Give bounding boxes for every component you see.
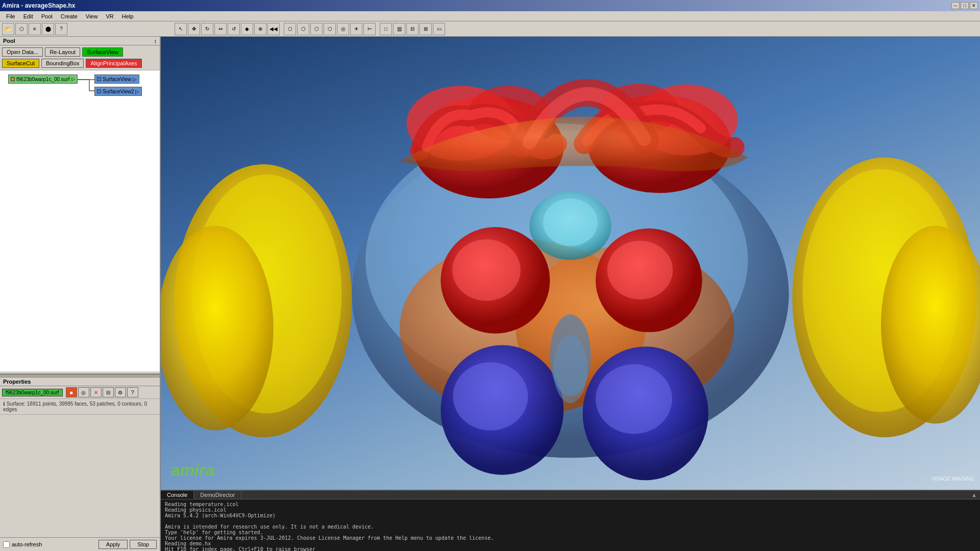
- menubar: File Edit Pool Create View VR Help: [0, 11, 980, 21]
- svg-point-21: [543, 198, 598, 246]
- cam-front[interactable]: ⬡: [297, 23, 309, 35]
- cam-persp[interactable]: ⬡: [284, 23, 296, 35]
- menu-view[interactable]: View: [82, 12, 102, 20]
- pool-toolbar: Open Data... Re-Layout SurfaceView Surfa…: [0, 45, 160, 70]
- menu-create[interactable]: Create: [57, 12, 82, 20]
- properties-section: Properties f9623b0warp1c_00.surf ■ ◎ ✕ ⊟…: [0, 378, 160, 551]
- visage-logo-text: VISAGE IMAGING: [932, 476, 974, 482]
- node-indicator-2: [97, 77, 101, 81]
- console-tab-spacer: [241, 491, 968, 499]
- svg-point-27: [453, 362, 528, 431]
- console-tabs: Console DemoDirector ▲: [161, 491, 980, 499]
- viewport-3d[interactable]: amira VISAGE IMAGING: [161, 37, 980, 490]
- re-layout-button[interactable]: Re-Layout: [45, 47, 80, 57]
- pick-tool[interactable]: ◆: [241, 23, 253, 35]
- menu-vr[interactable]: VR: [102, 12, 117, 20]
- prop-help-btn[interactable]: ?: [127, 387, 138, 397]
- rotate-tool[interactable]: ↻: [201, 23, 213, 35]
- ruler-tool[interactable]: ⊢: [363, 23, 376, 35]
- properties-header: Properties: [0, 378, 160, 386]
- view-split[interactable]: ▥: [393, 23, 405, 35]
- bounding-box-button[interactable]: BoundingBox: [41, 59, 84, 68]
- properties-toolbar: f9623b0warp1c_00.surf ■ ◎ ✕ ⊟ ⚙ ?: [0, 386, 160, 399]
- view-grid4[interactable]: ⊞: [420, 23, 432, 35]
- move-tool[interactable]: ⊕: [254, 23, 266, 35]
- main: Pool ↕ Open Data... Re-Layout SurfaceVie…: [0, 37, 980, 551]
- visage-logo: VISAGE IMAGING: [932, 476, 974, 482]
- menu-file[interactable]: File: [2, 12, 19, 20]
- menu-edit[interactable]: Edit: [19, 12, 37, 20]
- svg-point-31: [553, 335, 587, 403]
- node-port-1: ▷: [71, 77, 75, 82]
- prop-delete-btn[interactable]: ✕: [90, 387, 102, 397]
- tab-demodirector[interactable]: DemoDirector: [194, 491, 241, 499]
- prop-view-btn[interactable]: ◎: [78, 387, 89, 397]
- properties-title: Properties: [3, 379, 31, 385]
- titlebar-controls: ─ □ ✕: [951, 2, 978, 9]
- node-surfaceview[interactable]: SurfaceView ▷: [94, 74, 139, 84]
- menu-pool[interactable]: Pool: [37, 12, 57, 20]
- play-back[interactable]: ◀◀: [267, 23, 280, 35]
- view-wide[interactable]: ▭: [433, 23, 445, 35]
- console-content[interactable]: Reading temperature.icol Reading physics…: [161, 499, 980, 551]
- surface-view-button[interactable]: SurfaceView: [82, 47, 123, 57]
- surface-cut-button[interactable]: SurfaceCut: [2, 59, 39, 68]
- auto-refresh-checkbox[interactable]: [3, 541, 10, 548]
- svg-point-23: [452, 239, 521, 300]
- select-tool[interactable]: ↖: [175, 23, 187, 35]
- open-icon[interactable]: 📂: [2, 23, 14, 35]
- cam-fly[interactable]: ✈: [350, 23, 362, 35]
- network-icon[interactable]: ⬡: [15, 23, 28, 35]
- node-source-label: f9623b0warp1c_00.surf: [16, 77, 70, 82]
- close-button[interactable]: ✕: [970, 2, 978, 9]
- cam-nav[interactable]: ◎: [337, 23, 349, 35]
- align-principal-button[interactable]: AlignPrincipalAxes: [86, 59, 141, 68]
- scale-tool[interactable]: ⇔: [214, 23, 227, 35]
- reset-tool[interactable]: ↺: [228, 23, 240, 35]
- record-icon[interactable]: ⬤: [42, 23, 54, 35]
- console-line-3: Amira 5.4.2 (arch-Win64VC9-Optimize): [165, 513, 976, 518]
- tab-console[interactable]: Console: [161, 491, 194, 499]
- help-icon[interactable]: ?: [55, 23, 67, 35]
- viewport: amira VISAGE IMAGING Console DemoDirecto…: [161, 37, 980, 551]
- node-surfaceview2-label: SurfaceView2 ▷: [103, 89, 139, 94]
- console-line-5: Amira is intended for research use only.…: [165, 524, 976, 530]
- menu-help[interactable]: Help: [118, 12, 138, 20]
- node-indicator-3: [97, 89, 101, 93]
- console-line-1: Reading temperature.icol: [165, 502, 976, 507]
- apply-button[interactable]: Apply: [99, 540, 128, 549]
- node-source[interactable]: f9623b0warp1c_00.surf ▷: [8, 74, 78, 84]
- properties-info-text: Surface: 18911 points, 39995 faces, 53 p…: [3, 401, 147, 412]
- auto-refresh-row: auto-refresh: [3, 541, 42, 548]
- pool-title: Pool: [3, 38, 15, 44]
- stop-button[interactable]: Stop: [130, 540, 157, 549]
- console-line-6: Type 'help' for getting started.: [165, 530, 976, 535]
- view-grid2[interactable]: ⊟: [406, 23, 419, 35]
- amira-logo: amira: [171, 461, 214, 480]
- cam-top[interactable]: ⬡: [324, 23, 336, 35]
- console-scroll-up[interactable]: ▲: [968, 491, 980, 499]
- info-icon: ℹ: [3, 401, 5, 407]
- prop-node-label[interactable]: f9623b0warp1c_00.surf: [2, 389, 63, 396]
- svg-point-12: [161, 226, 274, 430]
- svg-point-25: [607, 241, 673, 299]
- pool-collapse-icon[interactable]: ↕: [154, 38, 157, 44]
- pool-section: Pool ↕ Open Data... Re-Layout SurfaceVie…: [0, 37, 160, 374]
- brain-visualization: [161, 37, 980, 490]
- prop-color-btn[interactable]: ■: [66, 387, 77, 397]
- node-surfaceview2[interactable]: SurfaceView2 ▷: [94, 87, 142, 96]
- console-line-8: Reading demo.hx: [165, 541, 976, 546]
- maximize-button[interactable]: □: [961, 2, 969, 9]
- cam-back[interactable]: ⬡: [310, 23, 323, 35]
- view-box[interactable]: □: [380, 23, 392, 35]
- open-data-button[interactable]: Open Data...: [2, 47, 43, 57]
- console-line-9: Hit F10 for index page, Ctrl+F10 to rais…: [165, 546, 976, 551]
- node-connections: [0, 70, 160, 371]
- prop-table-btn[interactable]: ⊟: [103, 387, 114, 397]
- translate-tool[interactable]: ✥: [188, 23, 200, 35]
- auto-refresh-label: auto-refresh: [12, 541, 42, 547]
- minimize-button[interactable]: ─: [951, 2, 960, 9]
- prop-settings-btn[interactable]: ⚙: [115, 387, 126, 397]
- pool-canvas: f9623b0warp1c_00.surf ▷ SurfaceView ▷ Su…: [0, 70, 160, 371]
- layers-icon[interactable]: ≡: [29, 23, 41, 35]
